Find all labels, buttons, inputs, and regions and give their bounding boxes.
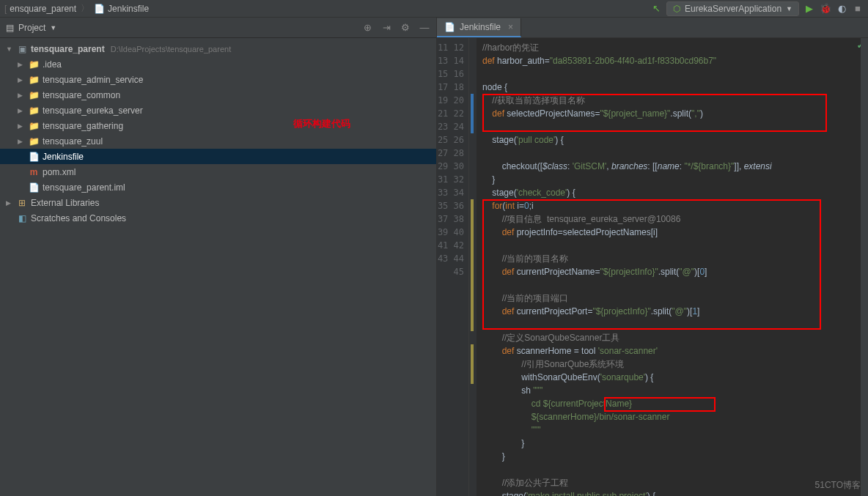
folder-icon: 📁: [28, 121, 40, 131]
tree-file-pom[interactable]: mpom.xml: [0, 164, 436, 179]
folder-icon: 📁: [28, 90, 40, 100]
debug-icon[interactable]: 🐞: [820, 3, 831, 15]
code-editor[interactable]: //harbor的凭证 def harbor_auth="da853891-2b…: [477, 38, 868, 496]
overview-ruler[interactable]: [861, 38, 868, 496]
spring-icon: ⬡: [673, 4, 680, 14]
chevron-down-icon: ▼: [50, 24, 56, 32]
file-icon: 📄: [28, 182, 40, 193]
breadcrumb-file[interactable]: Jenkinsfile: [108, 4, 149, 14]
module-path: D:\IdeaProjects\tensquare_parent: [111, 45, 232, 53]
gear-icon[interactable]: ⚙: [400, 22, 411, 34]
project-icon: ▤: [6, 23, 14, 33]
watermark: 51CTO博客: [815, 479, 861, 492]
line-gutter: 11 12 13 14 15 16 17 18 19 20 21 22 23 2…: [437, 38, 469, 496]
coverage-icon[interactable]: ◐: [836, 3, 847, 15]
editor-tabs: 📄 Jenkinsfile ×: [437, 18, 868, 38]
project-tool-title[interactable]: ▤ Project ▼: [6, 23, 56, 33]
folder-icon: 📁: [28, 106, 40, 116]
breadcrumb[interactable]: [ensquare_parent 〉 📄 Jenkinsfile: [4, 2, 149, 15]
tree-folder[interactable]: ▶📁tensquare_common: [0, 87, 436, 103]
chevron-down-icon: ▼: [786, 5, 792, 12]
run-config-name: EurekaServerApplication: [685, 4, 781, 14]
maven-icon: m: [28, 167, 40, 177]
run-icon[interactable]: ▶: [803, 3, 815, 15]
tree-folder[interactable]: ▶📁tensquare_zuul: [0, 133, 436, 149]
hide-icon[interactable]: —: [419, 22, 430, 34]
tree-folder[interactable]: ▶📁tensquare_eureka_server: [0, 103, 436, 118]
locate-icon[interactable]: ⊕: [361, 22, 373, 34]
tab-jenkinsfile[interactable]: 📄 Jenkinsfile ×: [437, 18, 521, 37]
sync-icon[interactable]: ↖: [650, 3, 662, 15]
folder-icon: 📁: [28, 59, 40, 70]
scratches-icon: ◧: [16, 213, 28, 223]
close-icon[interactable]: ×: [508, 22, 513, 32]
tree-folder[interactable]: ▶📁.idea: [0, 56, 436, 72]
collapse-icon[interactable]: ⇥: [380, 22, 392, 34]
change-markers: [469, 38, 477, 496]
chevron-down-icon: ▼: [6, 45, 13, 53]
annotation-text: 循环构建代码: [293, 117, 350, 130]
file-icon: 📄: [94, 4, 105, 14]
scratches[interactable]: ◧Scratches and Consoles: [0, 210, 436, 226]
tree-file-jenkins[interactable]: 📄Jenkinsfile: [0, 149, 436, 164]
tree-folder[interactable]: ▶📁tensquare_gathering: [0, 118, 436, 133]
run-config-select[interactable]: ⬡ EurekaServerApplication ▼: [666, 1, 799, 16]
breadcrumb-root[interactable]: ensquare_parent: [10, 4, 76, 14]
stop-icon[interactable]: ■: [852, 3, 864, 15]
file-icon: 📄: [444, 22, 455, 32]
file-icon: 📄: [28, 152, 40, 162]
folder-icon: 📁: [28, 136, 40, 147]
tree-folder[interactable]: ▶📁tensquare_admin_service: [0, 72, 436, 87]
library-icon: ⊞: [16, 198, 28, 208]
tree-root[interactable]: ▼ ▣ tensquare_parent D:\IdeaProjects\ten…: [0, 41, 436, 56]
external-libraries[interactable]: ▶⊞External Libraries: [0, 195, 436, 210]
module-icon: ▣: [16, 44, 28, 54]
folder-icon: 📁: [28, 75, 40, 85]
tree-file-iml[interactable]: 📄tensquare_parent.iml: [0, 179, 436, 195]
